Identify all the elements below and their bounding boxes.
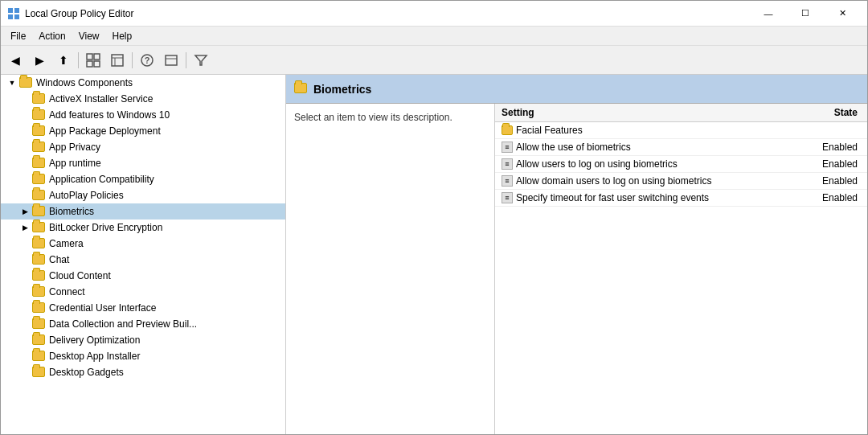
tree-item-delivery-opt[interactable]: Delivery Optimization <box>1 332 285 348</box>
menu-action[interactable]: Action <box>32 29 72 43</box>
table-row[interactable]: ≡ Allow domain users to log on using bio… <box>495 173 867 190</box>
expand-icon[interactable]: ▶ <box>20 223 30 232</box>
tree-item-desktop-gadgets[interactable]: Desktop Gadgets <box>1 364 285 380</box>
toolbar-separator-2 <box>132 52 133 68</box>
expand-placeholder <box>20 319 30 329</box>
expand-placeholder <box>20 142 30 152</box>
tree-item-autoplay[interactable]: AutoPlay Policies <box>1 187 285 203</box>
expand-placeholder <box>20 239 30 248</box>
tree-label: App runtime <box>49 158 101 169</box>
svg-rect-8 <box>112 55 123 66</box>
tree-label: Cloud Content <box>49 270 111 281</box>
tree-item-app-compat[interactable]: Application Compatibility <box>1 171 285 187</box>
folder-icon <box>32 93 45 105</box>
tree-item-cloud-content[interactable]: Cloud Content <box>1 268 285 284</box>
setting-icon: ≡ <box>502 158 513 170</box>
menu-file[interactable]: File <box>4 29 32 43</box>
tree-item-app-privacy[interactable]: App Privacy <box>1 139 285 155</box>
description-text: Select an item to view its description. <box>294 112 452 123</box>
tree-item-app-runtime[interactable]: App runtime <box>1 155 285 171</box>
tree-label: Application Compatibility <box>49 174 154 185</box>
folder-icon <box>32 270 45 281</box>
tree-pane[interactable]: ▼ Windows Components ActiveX Installer S… <box>1 75 286 434</box>
expand-icon[interactable]: ▼ <box>7 78 17 88</box>
tree-item-bitlocker[interactable]: ▶ BitLocker Drive Encryption <box>1 220 285 236</box>
svg-rect-0 <box>8 8 13 13</box>
expand-placeholder <box>20 126 30 136</box>
expand-icon[interactable]: ▶ <box>20 207 30 216</box>
table-row[interactable]: ≡ Allow users to log on using biometrics… <box>495 156 867 173</box>
settings-table: Setting State Facial Features <box>495 104 867 207</box>
folder-icon <box>32 254 45 265</box>
table-row[interactable]: Facial Features <box>495 122 867 139</box>
setting-cell: ≡ Allow users to log on using biometrics <box>495 156 797 173</box>
minimize-button[interactable]: — <box>750 1 787 27</box>
tree-label: Biometrics <box>49 206 94 217</box>
tree-item-data-collection[interactable]: Data Collection and Preview Buil... <box>1 316 285 332</box>
properties-button[interactable] <box>106 49 129 72</box>
tree-item-chat[interactable]: Chat <box>1 252 285 268</box>
setting-cell: ≡ Specify timeout for fast user switchin… <box>495 190 797 207</box>
state-cell <box>797 122 867 139</box>
folder-icon <box>32 238 45 249</box>
setting-label: Specify timeout for fast user switching … <box>516 192 709 203</box>
settings-pane[interactable]: Setting State Facial Features <box>495 104 867 434</box>
state-cell: Enabled <box>797 173 867 190</box>
back-button[interactable]: ◀ <box>4 49 27 72</box>
close-button[interactable]: ✕ <box>824 1 861 27</box>
folder-icon <box>32 174 45 185</box>
main-content: ▼ Windows Components ActiveX Installer S… <box>1 75 867 434</box>
tree-item-camera[interactable]: Camera <box>1 236 285 252</box>
menu-help[interactable]: Help <box>106 29 139 43</box>
folder-icon <box>32 109 45 121</box>
row-setting: ≡ Specify timeout for fast user switchin… <box>502 192 791 203</box>
maximize-button[interactable]: ☐ <box>787 1 824 27</box>
row-setting: ≡ Allow domain users to log on using bio… <box>502 175 791 187</box>
setting-cell: ≡ Allow the use of biometrics <box>495 139 797 156</box>
folder-icon <box>32 222 45 233</box>
row-setting: ≡ Allow users to log on using biometrics <box>502 158 791 170</box>
expand-placeholder <box>20 335 30 345</box>
menu-view[interactable]: View <box>72 29 106 43</box>
settings-header-row: Setting State <box>495 104 867 122</box>
tree-item-credential-ui[interactable]: Credential User Interface <box>1 300 285 316</box>
up-button[interactable]: ⬆ <box>52 49 75 72</box>
svg-marker-15 <box>195 55 207 65</box>
table-row[interactable]: ≡ Specify timeout for fast user switchin… <box>495 190 867 207</box>
help-button[interactable]: ? <box>136 49 158 72</box>
tree-item-activex[interactable]: ActiveX Installer Service <box>1 91 285 107</box>
description-pane: Select an item to view its description. <box>286 104 495 434</box>
tree-item-connect[interactable]: Connect <box>1 284 285 300</box>
tree-label: App Package Deployment <box>49 125 161 137</box>
show-hide-button[interactable] <box>82 49 104 72</box>
svg-rect-2 <box>8 14 13 19</box>
tree-item-add-features[interactable]: Add features to Windows 10 <box>1 107 285 123</box>
forward-button[interactable]: ▶ <box>28 49 51 72</box>
tree-item-biometrics[interactable]: ▶ Biometrics <box>1 203 285 220</box>
app-icon <box>7 7 20 20</box>
tree-label: Add features to Windows 10 <box>49 109 170 121</box>
table-row[interactable]: ≡ Allow the use of biometrics Enabled <box>495 139 867 156</box>
main-window: Local Group Policy Editor — ☐ ✕ File Act… <box>0 0 868 435</box>
setting-label: Allow users to log on using biometrics <box>516 158 678 170</box>
filter-button[interactable] <box>190 49 212 72</box>
folder-icon <box>19 77 32 88</box>
expand-placeholder <box>20 367 30 377</box>
right-header: Biometrics <box>286 75 867 104</box>
export-button[interactable] <box>160 49 182 72</box>
state-cell: Enabled <box>797 156 867 173</box>
state-cell: Enabled <box>797 139 867 156</box>
expand-placeholder <box>20 255 30 265</box>
svg-rect-4 <box>87 54 92 60</box>
tree-item-windows-components[interactable]: ▼ Windows Components <box>1 75 285 91</box>
expand-placeholder <box>20 158 30 168</box>
folder-icon <box>32 367 45 378</box>
setting-col-header: Setting <box>495 104 797 122</box>
tree-item-desktop-app[interactable]: Desktop App Installer <box>1 348 285 364</box>
expand-placeholder <box>20 287 30 297</box>
tree-label: Delivery Optimization <box>49 334 140 346</box>
tree-label: App Privacy <box>49 142 100 153</box>
expand-placeholder <box>20 271 30 281</box>
tree-item-app-package[interactable]: App Package Deployment <box>1 123 285 139</box>
row-setting: ≡ Allow the use of biometrics <box>502 142 791 153</box>
